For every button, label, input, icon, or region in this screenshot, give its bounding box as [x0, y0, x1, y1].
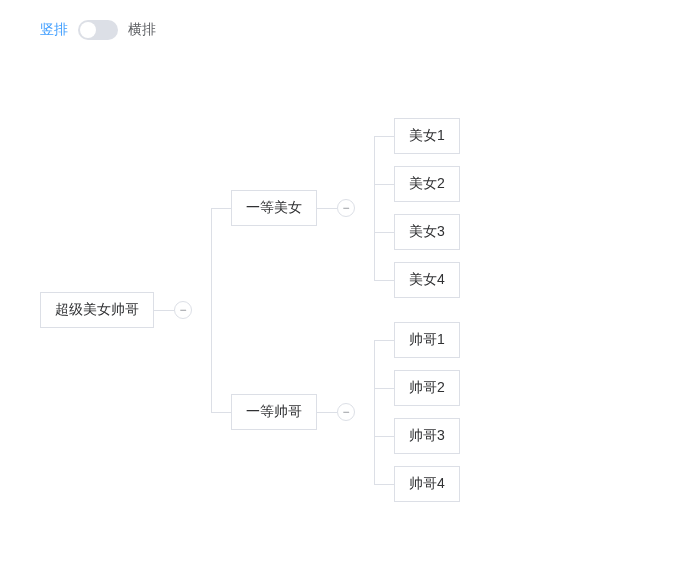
layout-vertical-label: 竖排	[40, 21, 68, 39]
tree-leaf[interactable]: 帅哥4	[394, 466, 460, 502]
org-tree: 超级美女帅哥 − 一等美女 − 美女1 美女2 美女	[40, 100, 647, 520]
layout-horizontal-label: 横排	[128, 21, 156, 39]
tree-node[interactable]: 一等帅哥	[231, 394, 317, 430]
collapse-icon[interactable]: −	[337, 403, 355, 421]
layout-switch[interactable]	[78, 20, 118, 40]
connector-line	[154, 310, 174, 311]
connector-line	[317, 208, 337, 209]
tree-leaf[interactable]: 帅哥2	[394, 370, 460, 406]
tree-node[interactable]: 一等美女	[231, 190, 317, 226]
tree-leaf[interactable]: 美女3	[394, 214, 460, 250]
collapse-icon[interactable]: −	[174, 301, 192, 319]
layout-toggle-row: 竖排 横排	[40, 20, 647, 40]
switch-handle	[80, 22, 96, 38]
tree-leaf[interactable]: 美女2	[394, 166, 460, 202]
tree-node-root[interactable]: 超级美女帅哥	[40, 292, 154, 328]
collapse-icon[interactable]: −	[337, 199, 355, 217]
tree-leaf[interactable]: 帅哥3	[394, 418, 460, 454]
tree-leaf[interactable]: 美女1	[394, 118, 460, 154]
tree-leaf[interactable]: 美女4	[394, 262, 460, 298]
connector-line	[317, 412, 337, 413]
tree-leaf[interactable]: 帅哥1	[394, 322, 460, 358]
